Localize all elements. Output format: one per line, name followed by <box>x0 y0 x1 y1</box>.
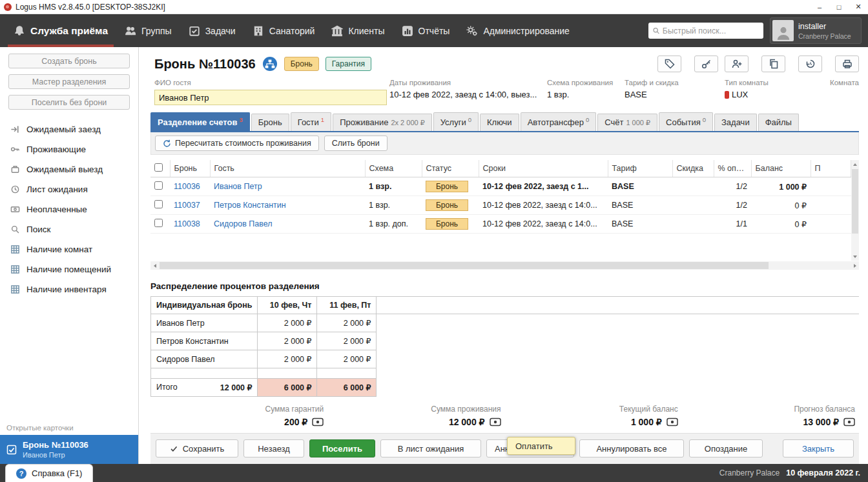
pay-button[interactable]: Оплатить <box>507 437 575 455</box>
tab-keys[interactable]: Ключи <box>480 114 519 131</box>
gears-icon <box>466 25 478 37</box>
titlebar: Logus HMS v2.8.45.0 [DESKTOP-38SJ2KI] – … <box>0 0 868 14</box>
split-master-button[interactable]: Мастер разделения <box>8 74 130 89</box>
tariff-value[interactable]: BASE <box>625 90 725 99</box>
room-label: Комната <box>825 79 859 86</box>
table-row[interactable]: 110038 Сидоров Павел 1 взр. доп. Бронь 1… <box>150 215 851 234</box>
sidebar-item-expected-departure[interactable]: Ожидаемый выезд <box>0 159 138 179</box>
quick-search <box>648 23 763 39</box>
status-badge: Бронь <box>426 218 468 230</box>
nav-item-reports[interactable]: Отчёты <box>393 14 459 47</box>
sidebar-item-unpaid[interactable]: Неоплаченные <box>0 199 138 219</box>
booking-id-link[interactable]: 110037 <box>174 201 200 210</box>
bank-icon <box>331 25 343 37</box>
keys-button[interactable] <box>694 55 718 72</box>
tab-booking[interactable]: Бронь <box>251 114 289 131</box>
amount-details-icon[interactable] <box>666 417 678 427</box>
scroll-left-arrow[interactable] <box>150 261 159 270</box>
room-type-color-icon <box>725 91 729 99</box>
amount-details-icon[interactable] <box>843 417 855 427</box>
stay-sum-value: 12 000 ₽ <box>449 417 485 427</box>
select-all-checkbox[interactable] <box>154 163 163 172</box>
tab-account[interactable]: Счёт1 000 ₽ <box>597 114 657 131</box>
save-button[interactable]: Сохранить <box>156 439 238 457</box>
checkin-without-booking-button[interactable]: Поселить без брони <box>8 95 130 110</box>
amount-details-icon[interactable] <box>312 417 324 427</box>
to-waitlist-button[interactable]: В лист ожидания <box>380 439 481 457</box>
create-booking-button[interactable]: Создать бронь <box>8 54 130 68</box>
scroll-up-arrow[interactable] <box>851 160 859 168</box>
key-icon <box>701 59 712 69</box>
booking-id-link[interactable]: 110036 <box>174 182 200 191</box>
split-booking-icon[interactable] <box>262 56 278 72</box>
row-checkbox[interactable] <box>154 219 163 227</box>
close-page-button[interactable]: Закрыть <box>783 439 854 457</box>
row-checkbox[interactable] <box>154 181 163 190</box>
add-guest-button[interactable] <box>725 55 749 72</box>
table-row[interactable]: 110037 Петров Константин 1 взр. Бронь 10… <box>150 196 851 215</box>
sidebar-item-waitlist[interactable]: Лист ожидания <box>0 179 138 199</box>
late-button[interactable]: Опоздание <box>689 439 763 457</box>
nav-item-administration[interactable]: Администрирование <box>458 14 578 47</box>
amount-details-icon[interactable] <box>490 417 501 427</box>
distribution-spacer-row <box>151 368 860 379</box>
check-in-button[interactable]: Поселить <box>309 439 375 457</box>
print-button[interactable] <box>835 55 859 72</box>
nav-item-front-desk[interactable]: Служба приёма <box>5 14 116 47</box>
stay-dates-value[interactable]: 10-12 фев 2022, заезд с 14:00, выез... <box>389 90 547 99</box>
merge-bookings-button[interactable]: Слить брони <box>324 136 388 151</box>
annul-all-button[interactable]: Аннулировать все <box>579 439 684 457</box>
no-show-button[interactable]: Незаезд <box>243 439 304 457</box>
row-checkbox[interactable] <box>154 200 163 208</box>
sidebar-item-expected-arrival[interactable]: Ожидаемый заезд <box>0 119 138 139</box>
minimize-button[interactable]: – <box>810 0 829 14</box>
history-button[interactable] <box>798 55 822 72</box>
sidebar-item-search[interactable]: Поиск <box>0 219 138 239</box>
tag-button[interactable] <box>657 55 681 72</box>
guest-link[interactable]: Сидоров Павел <box>214 219 273 228</box>
tab-accommodation[interactable]: Проживание2х 2 000 ₽ <box>333 114 432 131</box>
sidebar-item-facility-availability[interactable]: Наличие помещений <box>0 259 138 279</box>
scrollbar-thumb[interactable] <box>160 262 769 269</box>
arrival-icon <box>10 125 20 134</box>
scroll-down-arrow[interactable] <box>851 252 859 261</box>
quick-search-input[interactable] <box>663 26 760 35</box>
occupancy-scheme-label: Схема проживания <box>547 79 625 86</box>
tab-tasks[interactable]: Задачи <box>714 114 757 131</box>
horizontal-scrollbar[interactable] <box>150 261 859 270</box>
occupancy-scheme-value[interactable]: 1 взр. <box>547 90 625 99</box>
nav-item-sanatorium[interactable]: Санаторий <box>244 14 324 47</box>
guarantee-sum-label: Сумма гарантий <box>150 405 324 414</box>
status-badge: Бронь <box>284 57 319 71</box>
bookings-table: Бронь Гость Схема Статус Сроки Тариф Ски… <box>150 160 851 234</box>
sidebar-item-room-availability[interactable]: Наличие комнат <box>0 239 138 259</box>
tab-bill-split[interactable]: Разделение счетов3 <box>150 112 250 131</box>
user-menu[interactable]: installer Cranberry Palace <box>770 17 862 44</box>
nav-item-clients[interactable]: Клиенты <box>323 14 393 47</box>
actions-bar: Сохранить Незаезд Поселить В лист ожидан… <box>150 433 859 464</box>
tab-files[interactable]: Файлы <box>758 114 799 131</box>
recalculate-cost-button[interactable]: Пересчитать стоимость проживания <box>155 136 319 151</box>
guest-link[interactable]: Иванов Петр <box>214 182 262 191</box>
open-card-booking[interactable]: Бронь №110036 Иванов Петр <box>0 435 138 464</box>
close-button[interactable]: ✕ <box>849 0 868 14</box>
tab-services[interactable]: Услуги0 <box>433 112 479 131</box>
tab-events[interactable]: События0 <box>659 112 713 131</box>
maximize-button[interactable]: □ <box>829 0 849 14</box>
sidebar-item-residents[interactable]: Проживающие <box>0 139 138 159</box>
copy-button[interactable] <box>761 55 785 72</box>
vertical-scrollbar[interactable] <box>851 160 859 261</box>
nav-item-tasks[interactable]: Задачи <box>180 14 244 47</box>
room-type-value[interactable]: LUX <box>732 90 748 99</box>
help-button[interactable]: ? Справка (F1) <box>5 464 93 482</box>
booking-id-link[interactable]: 110038 <box>174 219 200 228</box>
scrollbar-thumb[interactable] <box>852 169 858 234</box>
tab-transfer[interactable]: Автотрансфер0 <box>521 112 597 131</box>
tab-guests[interactable]: Гости1 <box>291 112 331 131</box>
sidebar-item-inventory-availability[interactable]: Наличие инвентаря <box>0 279 138 299</box>
guest-link[interactable]: Петров Константин <box>214 201 286 210</box>
nav-item-groups[interactable]: Группы <box>116 14 180 47</box>
table-row[interactable]: 110036 Иванов Петр 1 взр. Бронь 10-12 фе… <box>150 177 851 196</box>
guest-name-input[interactable] <box>154 90 387 105</box>
scroll-right-arrow[interactable] <box>851 261 859 270</box>
